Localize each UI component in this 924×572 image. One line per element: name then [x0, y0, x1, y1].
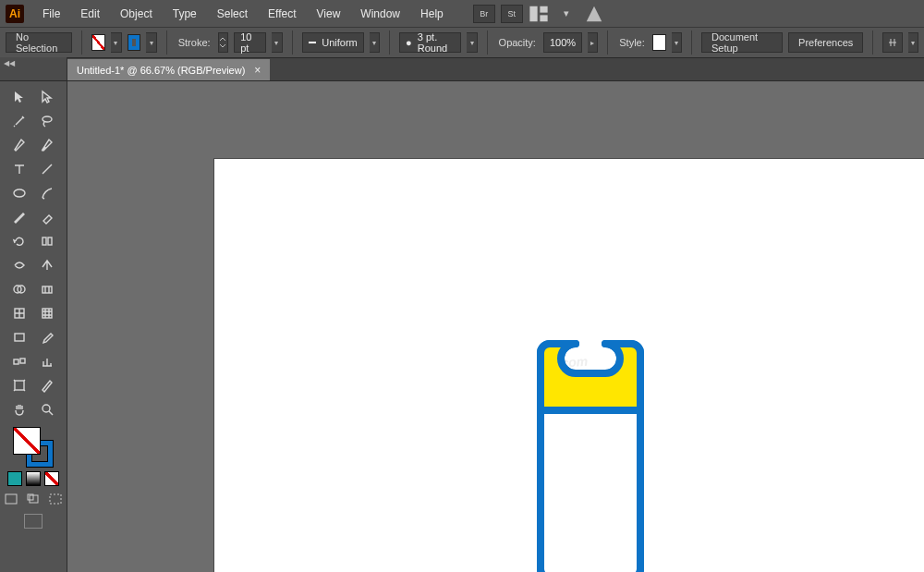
- variable-width-dropdown[interactable]: ▾: [370, 32, 380, 53]
- artboard-tool[interactable]: [6, 373, 33, 397]
- stroke-swatch-dropdown[interactable]: ▾: [146, 32, 156, 53]
- variable-width-profile[interactable]: Uniform: [302, 32, 364, 53]
- shape-builder-tool[interactable]: [6, 277, 33, 301]
- document-tab-title: Untitled-1* @ 66.67% (RGB/Preview): [77, 65, 245, 76]
- workspace: n.com: [0, 81, 924, 572]
- svg-point-4: [14, 189, 25, 197]
- collapse-arrows-icon: ◀◀: [4, 59, 15, 67]
- type-tool[interactable]: [6, 157, 33, 181]
- stroke-label: Stroke:: [176, 37, 213, 48]
- separator: [166, 30, 167, 55]
- free-transform-tool[interactable]: [33, 253, 61, 277]
- svg-rect-17: [6, 494, 17, 504]
- opacity-field[interactable]: 100%: [543, 32, 582, 53]
- fill-color-box[interactable]: [13, 427, 41, 455]
- selection-indicator: No Selection: [6, 32, 72, 53]
- screen-mode-icon[interactable]: [24, 514, 43, 529]
- paintbrush-tool[interactable]: [33, 181, 61, 205]
- align-panel-dropdown[interactable]: ▾: [908, 32, 918, 53]
- svg-rect-1: [540, 6, 547, 12]
- tool-panel: [0, 81, 67, 572]
- color-mode-none[interactable]: [44, 471, 59, 486]
- chevron-down-icon[interactable]: ▾: [556, 6, 577, 22]
- menu-select[interactable]: Select: [208, 4, 257, 24]
- document-tab-bar: ◀◀ Untitled-1* @ 66.67% (RGB/Preview) ×: [0, 58, 924, 81]
- separator: [691, 30, 692, 55]
- separator: [292, 30, 293, 55]
- stock-button[interactable]: St: [501, 5, 523, 23]
- bridge-button[interactable]: Br: [473, 5, 495, 23]
- fill-stroke-indicator[interactable]: [13, 427, 54, 468]
- brush-dropdown[interactable]: ▾: [467, 32, 477, 53]
- svg-rect-14: [20, 359, 25, 363]
- pen-tool[interactable]: [6, 133, 33, 157]
- menu-type[interactable]: Type: [164, 4, 206, 24]
- stroke-weight-dropdown[interactable]: ▾: [272, 32, 282, 53]
- menu-effect[interactable]: Effect: [259, 4, 305, 24]
- perspective-grid-tool[interactable]: [6, 301, 33, 325]
- menu-view[interactable]: View: [308, 4, 350, 24]
- opacity-label: Opacity:: [497, 37, 538, 48]
- fill-swatch[interactable]: [91, 34, 105, 51]
- svg-rect-0: [529, 6, 537, 21]
- canvas[interactable]: n.com: [67, 81, 924, 572]
- ellipse-tool[interactable]: [6, 181, 33, 205]
- stroke-weight-stepper[interactable]: [218, 32, 229, 53]
- menu-file[interactable]: File: [33, 4, 69, 24]
- arrange-docs-icon[interactable]: [529, 6, 549, 22]
- lasso-tool[interactable]: [33, 109, 61, 133]
- live-paint-tool[interactable]: [33, 277, 61, 301]
- panel-collapse-gutter[interactable]: ◀◀: [0, 57, 67, 80]
- eraser-tool[interactable]: [33, 205, 61, 229]
- column-graph-tool[interactable]: [33, 349, 61, 373]
- svg-rect-9: [43, 286, 52, 293]
- menu-object[interactable]: Object: [111, 4, 162, 24]
- document-setup-button[interactable]: Document Setup: [701, 32, 783, 53]
- rotate-tool[interactable]: [6, 229, 33, 253]
- menu-window[interactable]: Window: [351, 4, 409, 24]
- selection-tool[interactable]: [6, 85, 33, 109]
- menu-edit[interactable]: Edit: [71, 4, 109, 24]
- color-mode-gradient[interactable]: [26, 471, 41, 486]
- width-tool[interactable]: [6, 253, 33, 277]
- artwork-shape[interactable]: [537, 340, 644, 572]
- gpu-icon[interactable]: [584, 6, 604, 22]
- zoom-tool[interactable]: [33, 397, 61, 421]
- separator: [607, 30, 608, 55]
- graphic-style-swatch[interactable]: [652, 34, 666, 51]
- svg-point-3: [43, 116, 52, 122]
- eyedropper-tool[interactable]: [33, 325, 61, 349]
- stroke-weight-field[interactable]: 10 pt: [234, 32, 266, 53]
- menu-help[interactable]: Help: [411, 4, 453, 24]
- blend-tool[interactable]: [6, 349, 33, 373]
- hand-tool[interactable]: [6, 397, 33, 421]
- reflect-tool[interactable]: [33, 229, 61, 253]
- direct-selection-tool[interactable]: [33, 85, 61, 109]
- fill-swatch-dropdown[interactable]: ▾: [111, 32, 121, 53]
- slice-tool[interactable]: [33, 373, 61, 397]
- magic-wand-tool[interactable]: [6, 109, 33, 133]
- close-tab-icon[interactable]: ×: [254, 64, 261, 77]
- draw-behind-icon[interactable]: [24, 492, 43, 506]
- svg-point-16: [43, 405, 50, 412]
- svg-rect-5: [43, 237, 46, 245]
- pencil-tool[interactable]: [6, 205, 33, 229]
- brush-definition[interactable]: ● 3 pt. Round: [399, 32, 461, 53]
- color-mode-solid[interactable]: [7, 471, 22, 486]
- stroke-swatch[interactable]: [128, 34, 141, 51]
- control-bar: No Selection ▾ ▾ Stroke: 10 pt ▾ Uniform…: [0, 27, 924, 58]
- document-tab[interactable]: Untitled-1* @ 66.67% (RGB/Preview) ×: [67, 59, 270, 80]
- draw-normal-icon[interactable]: [2, 492, 20, 506]
- curvature-tool[interactable]: [33, 133, 61, 157]
- graphic-style-dropdown[interactable]: ▾: [672, 32, 682, 53]
- align-panel-icon[interactable]: [882, 32, 902, 53]
- preferences-button[interactable]: Preferences: [788, 32, 863, 53]
- opacity-dropdown[interactable]: ▸: [588, 32, 598, 53]
- separator: [81, 30, 82, 55]
- svg-rect-2: [540, 15, 547, 21]
- gradient-tool[interactable]: [6, 325, 33, 349]
- mesh-tool[interactable]: [33, 301, 61, 325]
- draw-inside-icon[interactable]: [46, 492, 65, 506]
- line-segment-tool[interactable]: [33, 157, 61, 181]
- menu-bar: Ai File Edit Object Type Select Effect V…: [0, 0, 924, 27]
